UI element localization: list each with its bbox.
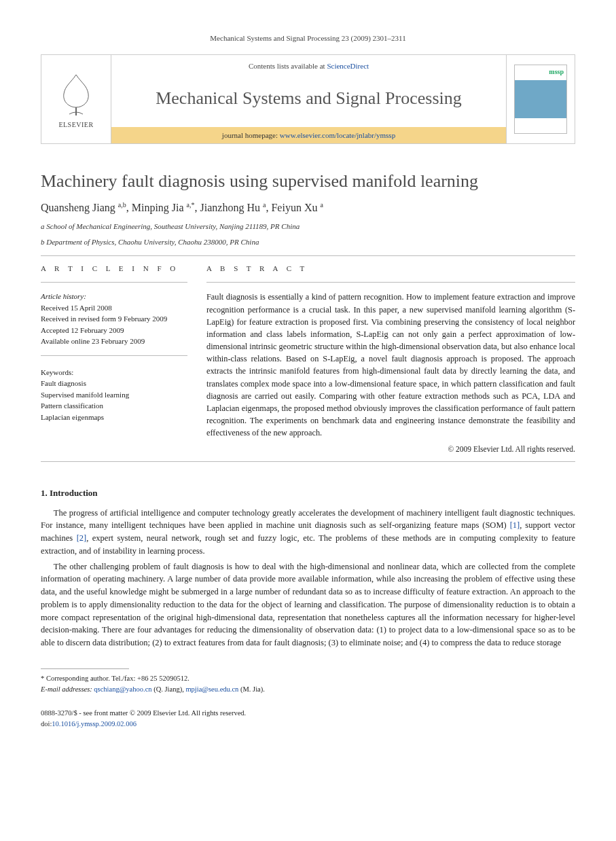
keyword: Laplacian eigenmaps [41,412,187,423]
section-heading: 1. Introduction [41,488,575,499]
sciencedirect-link[interactable]: ScienceDirect [327,62,369,70]
article-title: Machinery fault diagnosis using supervis… [41,171,575,192]
abstract-copyright: © 2009 Elsevier Ltd. All rights reserved… [206,445,575,453]
abstract-heading: A B S T R A C T [206,264,575,272]
doi-link[interactable]: 10.1016/j.ymssp.2009.02.006 [52,720,137,728]
affiliation-a: a School of Mechanical Engineering, Sout… [41,221,575,232]
keywords-label: Keywords: [41,367,187,378]
footnote-rule [41,668,129,669]
history-label: Article history: [41,291,187,302]
divider [41,355,187,356]
journal-header: ELSEVIER Contents lists available at Sci… [41,54,575,144]
keyword: Supervised manifold learning [41,389,187,401]
keyword: Pattern classification [41,400,187,412]
email-link[interactable]: qschiang@yahoo.cn [94,685,151,693]
issn-line: 0888-3270/$ - see front matter © 2009 El… [41,708,575,719]
para1-post: , expert system, neural network, rough s… [41,533,575,556]
author-list: Quansheng Jiang a,b, Minping Jia a,*, Ji… [41,201,575,214]
doi-label: doi: [41,720,52,728]
journal-name: Mechanical Systems and Signal Processing [111,88,506,109]
cover-label: mssp [549,68,564,75]
affiliation-b: b Department of Physics, Chaohu Universi… [41,236,575,248]
history-received: Received 15 April 2008 [41,302,187,314]
history-online: Available online 23 February 2009 [41,336,187,347]
history-revised: Received in revised form 9 February 2009 [41,313,187,325]
keyword: Fault diagnosis [41,378,187,389]
history-accepted: Accepted 12 February 2009 [41,325,187,336]
para1-pre: The progress of artificial intelligence … [41,508,575,531]
homepage-prefix: journal homepage: [222,131,280,139]
ref-link[interactable]: [1] [510,520,520,530]
para2: The other challenging problem of fault d… [41,560,575,649]
email-line: E-mail addresses: qschiang@yahoo.cn (Q. … [41,684,575,695]
body-text: The progress of artificial intelligence … [41,507,575,649]
contents-prefix: Contents lists available at [249,62,327,70]
abstract-text: Fault diagnosis is essentially a kind of… [206,291,575,439]
homepage-link[interactable]: www.elsevier.com/locate/jnlabr/ymssp [280,131,395,139]
divider [41,461,575,462]
article-info-heading: A R T I C L E I N F O [41,264,187,272]
divider [41,255,575,256]
contents-available-line: Contents lists available at ScienceDirec… [111,55,506,70]
ref-link[interactable]: [2] [77,533,87,543]
elsevier-tree-icon [57,71,95,118]
journal-cover-thumbnail: mssp [514,65,567,134]
journal-cover-box: mssp [506,55,575,143]
email-who: (M. Jia). [240,685,265,693]
divider [41,282,187,283]
corresponding-author: * Corresponding author. Tel./fax: +86 25… [41,673,575,684]
email-label: E-mail addresses: [41,685,92,693]
divider [206,282,575,283]
running-head: Mechanical Systems and Signal Processing… [41,34,575,42]
publisher-label: ELSEVIER [58,121,93,128]
publisher-logo-box: ELSEVIER [41,55,111,143]
email-link[interactable]: mpjia@seu.edu.cn [185,685,238,693]
email-who: (Q. Jiang), [153,685,184,693]
homepage-line: journal homepage: www.elsevier.com/locat… [111,127,506,143]
doi-line: doi:10.1016/j.ymssp.2009.02.006 [41,719,575,730]
